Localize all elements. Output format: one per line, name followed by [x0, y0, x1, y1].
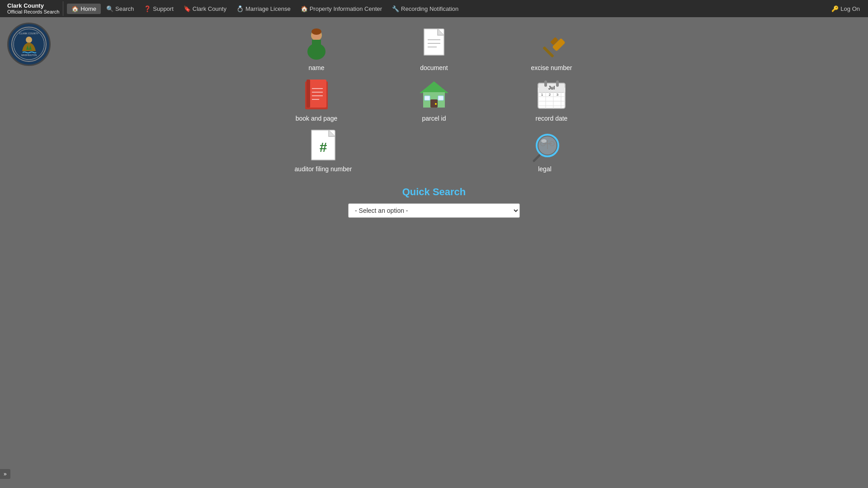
icon-label-document: document [420, 64, 448, 71]
svg-rect-31 [438, 96, 443, 100]
icon-label-parcel-id: parcel id [422, 115, 446, 122]
icons-row-0: name document excise number [163, 25, 705, 71]
navbar: Clark County Official Records Search 🏠Ho… [0, 0, 868, 17]
icons-row-1: book and page parcel id Jul [163, 76, 705, 122]
nav-icon-clark-county: 🔖 [184, 5, 191, 12]
icon-img-name [298, 25, 335, 61]
nav-item-search[interactable]: 🔍Search [102, 4, 138, 14]
icon-label-legal: legal [538, 165, 552, 173]
svg-text:#: # [320, 140, 327, 155]
logon-icon: 🔑 [831, 5, 839, 12]
icon-img-legal [527, 127, 563, 163]
nav-item-clark-county[interactable]: 🔖Clark County [179, 4, 231, 14]
icon-label-record-date: record date [536, 115, 568, 122]
svg-line-51 [534, 155, 539, 161]
nav-item-support[interactable]: ❓Support [139, 4, 178, 14]
nav-item-marriage-license[interactable]: 💍Marriage License [232, 4, 295, 14]
icon-label-excise-number: excise number [531, 64, 572, 71]
quick-search-title: Quick Search [402, 186, 466, 198]
quick-search-select[interactable]: - Select an option -NameDocumentExcise N… [348, 203, 520, 218]
nav-items: 🏠Home🔍Search❓Support🔖Clark County💍Marria… [67, 4, 463, 14]
icon-img-document [416, 25, 452, 61]
icon-label-name: name [308, 64, 324, 71]
svg-text:Jul: Jul [548, 85, 555, 90]
bottom-toggle[interactable]: » [0, 469, 10, 479]
svg-point-29 [435, 103, 437, 105]
brand-line1: Clark County [7, 2, 59, 9]
nav-item-recording-notification[interactable]: 🔧Recording Notification [387, 4, 463, 14]
svg-rect-17 [542, 46, 554, 57]
icon-item-legal[interactable]: legal [513, 127, 576, 173]
svg-rect-9 [312, 40, 321, 48]
icon-label-auditor-filing-number: auditor filing number [295, 165, 352, 173]
svg-rect-36 [556, 80, 559, 87]
brand: Clark County Official Records Search [4, 1, 63, 16]
icons-row-2: # auditor filing number legal [163, 127, 705, 173]
icon-item-record-date[interactable]: Jul 1 2 3 record date [520, 76, 583, 122]
icon-img-auditor-filing-number: # [305, 127, 341, 163]
icon-item-name[interactable]: name [285, 25, 348, 71]
nav-icon-recording-notification: 🔧 [392, 5, 399, 12]
icon-item-parcel-id[interactable]: parcel id [402, 76, 466, 122]
icon-item-document[interactable]: document [402, 25, 466, 71]
icon-img-record-date: Jul 1 2 3 [533, 76, 570, 112]
svg-rect-30 [425, 96, 430, 100]
brand-line2: Official Records Search [7, 9, 59, 15]
icon-item-auditor-filing-number[interactable]: # auditor filing number [292, 127, 355, 173]
nav-icon-marriage-license: 💍 [236, 5, 244, 12]
svg-point-56 [541, 139, 547, 143]
nav-item-property-info[interactable]: 🏠Property Information Center [296, 4, 387, 14]
icon-img-book-and-page [298, 76, 335, 112]
svg-text:3: 3 [557, 93, 559, 97]
icons-grid: name document excise number [9, 25, 859, 173]
nav-item-home[interactable]: 🏠Home [67, 4, 101, 14]
icon-img-parcel-id [416, 76, 452, 112]
nav-icon-home: 🏠 [71, 5, 79, 12]
svg-rect-35 [544, 80, 547, 87]
nav-icon-support: ❓ [144, 5, 151, 12]
svg-point-11 [311, 28, 321, 35]
nav-icon-property-info: 🏠 [301, 5, 308, 12]
svg-text:2: 2 [549, 93, 551, 97]
svg-text:1: 1 [541, 93, 543, 97]
icon-item-book-and-page[interactable]: book and page [285, 76, 348, 122]
quick-search-section: Quick Search - Select an option -NameDoc… [9, 186, 859, 218]
svg-rect-25 [307, 80, 310, 108]
icon-item-excise-number[interactable]: excise number [520, 25, 583, 71]
main-content: name document excise number [0, 17, 868, 222]
logon-button[interactable]: 🔑 Log On [827, 4, 864, 14]
svg-marker-26 [420, 81, 448, 93]
icon-label-book-and-page: book and page [296, 115, 338, 122]
icon-img-excise-number [533, 25, 570, 61]
nav-icon-search: 🔍 [106, 5, 113, 12]
